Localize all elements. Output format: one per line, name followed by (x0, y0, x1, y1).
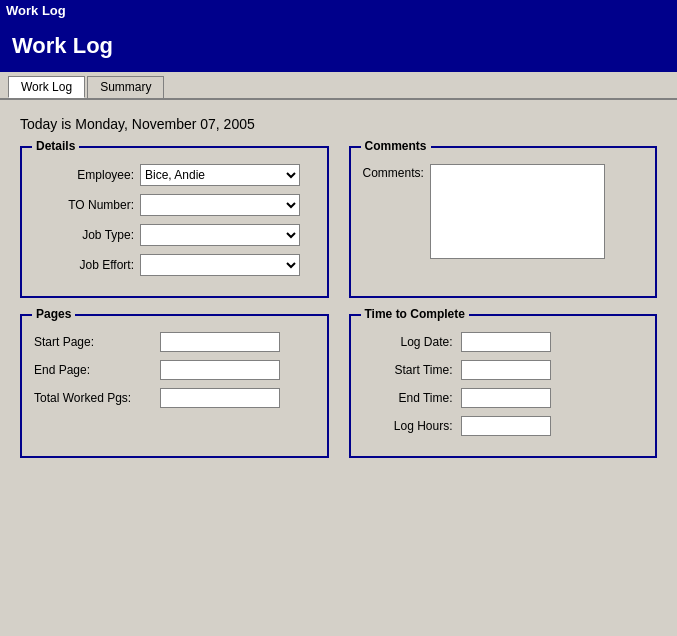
details-panel: Details Employee: Bice, Andie TO Number:… (20, 146, 329, 298)
tabs-bar: Work Log Summary (0, 72, 677, 100)
date-line: Today is Monday, November 07, 2005 (20, 116, 657, 132)
end-page-label: End Page: (34, 363, 154, 377)
comments-legend: Comments (361, 139, 431, 153)
total-worked-row: Total Worked Pgs: (34, 388, 315, 408)
pages-legend: Pages (32, 307, 75, 321)
log-hours-row: Log Hours: (363, 416, 644, 436)
main-content: Today is Monday, November 07, 2005 Detai… (0, 100, 677, 636)
employee-row: Employee: Bice, Andie (34, 164, 315, 186)
comments-panel: Comments Comments: (349, 146, 658, 298)
job-effort-row: Job Effort: (34, 254, 315, 276)
start-time-row: Start Time: (363, 360, 644, 380)
top-panels: Details Employee: Bice, Andie TO Number:… (20, 146, 657, 298)
start-page-input[interactable] (160, 332, 280, 352)
start-page-row: Start Page: (34, 332, 315, 352)
header-title: Work Log (12, 33, 113, 59)
end-time-input[interactable] (461, 388, 551, 408)
tab-summary[interactable]: Summary (87, 76, 164, 98)
title-bar-text: Work Log (6, 3, 66, 18)
pages-panel: Pages Start Page: End Page: Total Worked… (20, 314, 329, 458)
to-number-label: TO Number: (34, 198, 134, 212)
total-worked-input[interactable] (160, 388, 280, 408)
comments-label: Comments: (363, 164, 424, 180)
job-effort-label: Job Effort: (34, 258, 134, 272)
tab-worklog[interactable]: Work Log (8, 76, 85, 98)
header: Work Log (0, 20, 677, 72)
to-number-select[interactable] (140, 194, 300, 216)
job-effort-select[interactable] (140, 254, 300, 276)
to-number-row: TO Number: (34, 194, 315, 216)
job-type-select[interactable] (140, 224, 300, 246)
bottom-panels: Pages Start Page: End Page: Total Worked… (20, 314, 657, 458)
log-date-row: Log Date: (363, 332, 644, 352)
start-time-input[interactable] (461, 360, 551, 380)
job-type-label: Job Type: (34, 228, 134, 242)
title-bar: Work Log (0, 0, 677, 20)
total-worked-label: Total Worked Pgs: (34, 391, 154, 405)
log-hours-label: Log Hours: (363, 419, 453, 433)
end-time-row: End Time: (363, 388, 644, 408)
start-time-label: Start Time: (363, 363, 453, 377)
employee-select[interactable]: Bice, Andie (140, 164, 300, 186)
end-page-input[interactable] (160, 360, 280, 380)
comments-row: Comments: (363, 164, 644, 259)
time-legend: Time to Complete (361, 307, 469, 321)
log-hours-input[interactable] (461, 416, 551, 436)
details-legend: Details (32, 139, 79, 153)
comments-textarea[interactable] (430, 164, 605, 259)
job-type-row: Job Type: (34, 224, 315, 246)
log-date-label: Log Date: (363, 335, 453, 349)
time-panel: Time to Complete Log Date: Start Time: E… (349, 314, 658, 458)
employee-label: Employee: (34, 168, 134, 182)
start-page-label: Start Page: (34, 335, 154, 349)
end-page-row: End Page: (34, 360, 315, 380)
log-date-input[interactable] (461, 332, 551, 352)
end-time-label: End Time: (363, 391, 453, 405)
